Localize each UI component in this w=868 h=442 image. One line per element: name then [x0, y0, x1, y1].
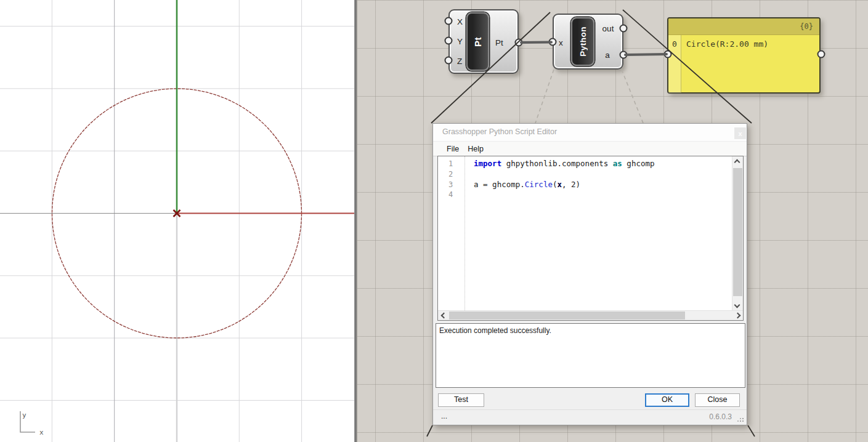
dialog-menubar: File Help [433, 142, 747, 156]
code-line [474, 169, 732, 180]
vertical-scrollbar-thumb[interactable] [733, 168, 742, 296]
grasshopper-rhino-screen: y x X Y Z Pt Pt x Python out a {0} [0, 0, 868, 442]
dialog-titlebar[interactable]: Grasshopper Python Script Editor x [433, 124, 747, 142]
line-number: 1 [448, 159, 464, 169]
python-component-name: Python [578, 26, 588, 57]
line-number: 2 [448, 169, 464, 180]
panel-body: 0 Circle(R:2.00 mm) [668, 35, 819, 93]
python-component-capsule[interactable]: Python [571, 17, 594, 66]
pt-port-out[interactable] [515, 39, 523, 47]
menu-file[interactable]: File [447, 145, 459, 153]
status-left-text: ... [441, 412, 447, 420]
viewport-drawing: y x [0, 0, 354, 442]
point-component[interactable]: X Y Z Pt Pt [448, 9, 519, 74]
scroll-down-arrow-icon[interactable] [732, 301, 742, 310]
data-panel[interactable]: {0} 0 Circle(R:2.00 mm) [667, 17, 821, 94]
python-output-a-label: a [594, 50, 621, 60]
rhino-viewport[interactable]: y x [0, 0, 354, 442]
python-component[interactable]: x Python out a [553, 14, 623, 70]
panel-path-header: {0} [668, 18, 819, 35]
horizontal-scrollbar[interactable] [438, 310, 743, 320]
close-button[interactable]: Close [695, 393, 740, 407]
pt-component-capsule[interactable]: Pt [466, 12, 489, 71]
pt-port-z[interactable] [445, 57, 453, 65]
dialog-statusbar: ... 0.6.0.3 [433, 409, 747, 425]
line-number-gutter: 1 2 3 4 [438, 156, 465, 310]
python-input-x-label: x [559, 38, 563, 48]
code-line [474, 190, 732, 200]
scroll-right-arrow-icon[interactable] [734, 311, 743, 320]
python-port-x[interactable] [549, 38, 557, 46]
code-text-area[interactable]: import ghpythonlib.components as ghcomp … [465, 156, 732, 310]
code-line: a = ghcomp.Circle(x, 2) [474, 180, 732, 190]
status-version: 0.6.0.3 [709, 412, 732, 421]
python-script-editor-dialog: Grasshopper Python Script Editor x File … [432, 123, 747, 425]
execution-output-box: Execution completed successfully. [436, 323, 745, 388]
pt-output-label: Pt [495, 38, 514, 48]
panel-row-index: 0 [672, 39, 677, 49]
code-editor: 1 2 3 4 import ghpythonlib.components as… [437, 156, 744, 321]
pt-port-y[interactable] [445, 37, 453, 45]
scroll-left-arrow-icon[interactable] [438, 311, 447, 320]
axis-indicator-x-label: x [39, 428, 44, 436]
menu-help[interactable]: Help [468, 145, 484, 153]
panel-port-in[interactable] [664, 50, 672, 58]
pt-input-x-label: X [457, 17, 463, 27]
dialog-title: Grasshopper Python Script Editor [442, 127, 557, 136]
code-line: import ghpythonlib.components as ghcomp [474, 159, 732, 169]
ok-button[interactable]: OK [645, 393, 689, 407]
python-output-out-label: out [594, 24, 622, 34]
axis-indicator-y-label: y [22, 411, 26, 419]
scroll-up-arrow-icon[interactable] [732, 156, 742, 166]
pt-component-name: Pt [473, 37, 483, 47]
line-number: 3 [448, 180, 464, 190]
pt-input-z-label: Z [457, 57, 462, 66]
python-port-a[interactable] [620, 51, 628, 59]
resize-grip[interactable] [742, 420, 744, 422]
execution-output-message: Execution completed successfully. [439, 326, 551, 335]
pt-port-x[interactable] [445, 17, 453, 25]
test-button[interactable]: Test [438, 393, 484, 407]
line-number: 4 [448, 190, 464, 200]
panel-row-value: Circle(R:2.00 mm) [686, 39, 768, 49]
panel-path-text: {0} [800, 22, 813, 31]
viewport-canvas-divider [354, 0, 357, 442]
pt-input-y-label: Y [457, 37, 463, 47]
horizontal-scrollbar-thumb[interactable] [449, 311, 685, 319]
panel-port-out[interactable] [817, 50, 825, 58]
vertical-scrollbar[interactable] [732, 156, 743, 310]
close-icon[interactable]: x [734, 127, 746, 139]
python-port-out[interactable] [620, 25, 628, 33]
